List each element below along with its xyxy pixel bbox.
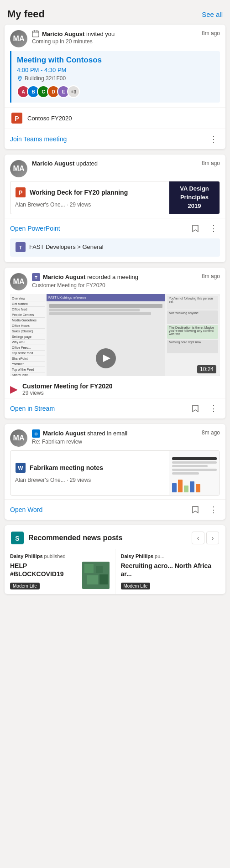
bar-1	[172, 483, 177, 492]
video-info-row: ▶ Customer Meeting for FY2020 29 views	[5, 380, 225, 398]
card-3-actor: Maricio August recorded a meeting	[43, 274, 138, 280]
card-2-header: MA Maricio August updated 8m ago	[5, 155, 225, 181]
file-name-1: Contoso FY2020	[27, 115, 72, 122]
news-post-2-text: Recruiting acro... North Africa ar... Mo…	[121, 562, 220, 589]
svg-text:O: O	[34, 432, 37, 436]
open-powerpoint-link[interactable]: Open PowerPoint	[10, 225, 60, 232]
avatar-2: MA	[10, 160, 27, 177]
avatar-1: MA	[10, 30, 27, 47]
avatar-image-1: MA	[10, 30, 27, 47]
svg-rect-20	[84, 564, 94, 573]
location-icon	[17, 76, 23, 82]
play-button[interactable]	[96, 348, 116, 368]
see-all-link[interactable]: See all	[202, 10, 223, 18]
card-4-action-icons: ⋮	[189, 503, 220, 516]
card-2-action-icons: ⋮	[189, 222, 220, 235]
news-headline-1: HELP #BLOCKCOVID19	[10, 562, 79, 578]
news-tag-2: Modern Life	[121, 583, 151, 589]
news-nav: ‹ ›	[192, 532, 219, 544]
bar-3	[184, 486, 188, 492]
open-word-link[interactable]: Open Word	[10, 506, 42, 513]
bookmark-btn-3[interactable]	[189, 402, 202, 415]
channel-name: FAST Developers > General	[29, 243, 104, 250]
news-prev-btn[interactable]: ‹	[192, 532, 204, 544]
word-doc-meta: Alan Brewer's One... · 29 views	[15, 477, 165, 483]
doc-preview-row: P Working Deck for FY20 planning Alan Br…	[10, 181, 220, 214]
avatar-image-3: MA	[10, 273, 27, 290]
meeting-body: Meeting with Contosos 4:00 PM - 4:30 PM …	[10, 51, 220, 103]
outlook-icon-header: O	[32, 429, 40, 438]
meeting-location: Building 32/1F00	[17, 75, 214, 82]
channel-row: T FAST Developers > General	[10, 238, 220, 257]
card-1-actor: Maricio August invited you	[42, 31, 115, 37]
svg-rect-23	[99, 574, 108, 584]
card-3-meta: T Maricio August recorded a meeting 8m a…	[32, 273, 220, 281]
meeting-time: 4:00 PM - 4:30 PM	[17, 67, 214, 73]
word-file-icon: W	[15, 462, 26, 473]
meeting-title: Meeting with Contosos	[17, 56, 214, 65]
video-right-panel: You're not following this person set Not…	[165, 294, 220, 376]
more-options-btn-2[interactable]: ⋮	[207, 222, 220, 235]
card-1-info: Maricio August invited you 8m ago Coming…	[32, 30, 220, 45]
card-1-actions: Join Teams meeting ⋮	[5, 129, 225, 149]
card-3-subtitle: Customer Meeting for FY2020	[32, 282, 220, 289]
play-triangle	[103, 355, 110, 362]
word-line-1	[172, 457, 217, 460]
word-doc-info: W Fabrikam meeting notes Alan Brewer's O…	[10, 451, 169, 495]
card-3-header: MA T Maricio August recorded a meeting 8…	[5, 268, 225, 294]
open-stream-link[interactable]: Open in Stream	[10, 405, 55, 412]
join-teams-meeting-link[interactable]: Join Teams meeting	[10, 135, 67, 143]
video-container: OverviewGet startedOffice feedPeople Cen…	[10, 294, 220, 376]
news-post-2-inner: Recruiting acro... North Africa ar... Mo…	[121, 562, 220, 589]
card-4-meta: O Maricio August shared in email 8m ago	[32, 429, 220, 438]
bookmark-btn-4[interactable]	[189, 503, 202, 516]
svg-text:P: P	[15, 115, 19, 122]
svg-point-4	[19, 77, 20, 78]
bar-2	[178, 480, 183, 492]
word-line-2	[172, 461, 217, 464]
more-options-btn-3[interactable]: ⋮	[207, 402, 220, 415]
card-3-time: 8m ago	[202, 273, 220, 279]
card-4-subtitle: Re: Fabrikam review	[32, 439, 220, 445]
video-right-item-1: You're not following this person set	[167, 296, 218, 310]
card-2-time: 8m ago	[202, 160, 220, 166]
svg-text:T: T	[35, 275, 37, 280]
word-preview-row: W Fabrikam meeting notes Alan Brewer's O…	[10, 450, 220, 496]
video-right-item-2: Not following anyone	[167, 310, 218, 324]
bookmark-btn-2[interactable]	[189, 222, 202, 235]
video-main: FAST UX strings reference	[47, 294, 165, 376]
card-4-header: MA O Maricio August shared in email 8m a…	[5, 424, 225, 450]
more-options-btn-4[interactable]: ⋮	[207, 503, 220, 516]
attendees-row: A B C D E +3	[17, 85, 214, 98]
news-title: Recommended news posts	[28, 534, 122, 542]
news-post-1: Daisy Phillips published HELP #BLOCKCOVI…	[5, 549, 115, 594]
news-post-img-1	[82, 562, 110, 589]
news-publisher-1: Daisy Phillips published	[10, 553, 110, 559]
bookmark-icon-2	[192, 224, 199, 232]
page-title: My feed	[7, 8, 45, 20]
word-chart	[172, 479, 217, 492]
svg-text:S: S	[15, 535, 19, 542]
attendees-more: +3	[67, 85, 80, 98]
video-title: Customer Meeting for FY2020	[22, 382, 113, 390]
doc-meta: Alan Brewer's One... · 29 views	[15, 202, 165, 208]
word-doc-thumb	[169, 451, 220, 495]
video-views: 29 views	[22, 390, 113, 396]
news-image-1	[82, 562, 110, 589]
avatar-image-4: MA	[10, 429, 27, 447]
news-post-1-inner: HELP #BLOCKCOVID19 Modern Life	[10, 562, 110, 589]
news-post-1-text: HELP #BLOCKCOVID19 Modern Life	[10, 562, 79, 589]
svg-text:T: T	[19, 245, 22, 250]
card-4-time: 8m ago	[202, 429, 220, 436]
bookmark-icon-3	[192, 404, 199, 413]
video-bg: OverviewGet startedOffice feedPeople Cen…	[10, 294, 220, 376]
news-card: S Recommended news posts ‹ › Daisy Phill…	[5, 525, 225, 594]
news-next-btn[interactable]: ›	[206, 532, 219, 544]
more-options-btn-1[interactable]: ⋮	[207, 133, 220, 145]
word-line-3	[172, 465, 208, 467]
video-card: MA T Maricio August recorded a meeting 8…	[5, 268, 225, 418]
video-sidebar: OverviewGet startedOffice feedPeople Cen…	[10, 294, 47, 376]
bookmark-icon-4	[192, 506, 199, 514]
card-3-actions: Open in Stream ⋮	[5, 398, 225, 418]
svg-rect-0	[32, 31, 39, 37]
